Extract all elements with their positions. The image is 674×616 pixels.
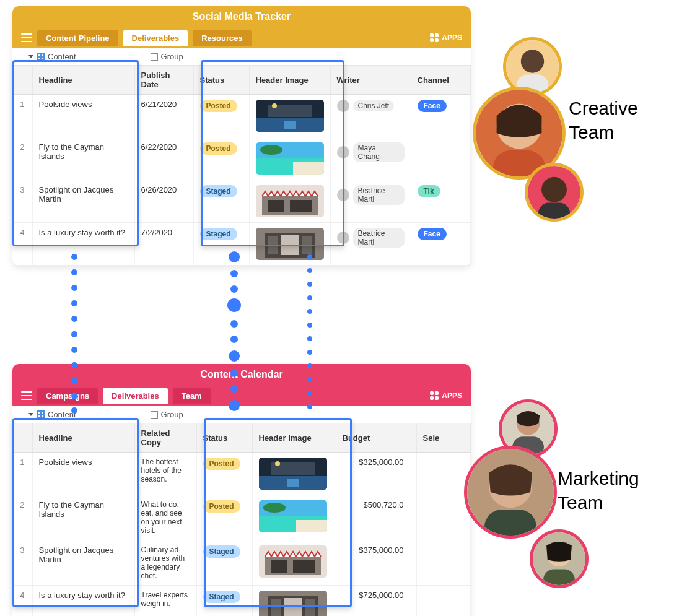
cell-headline[interactable]: Is a luxury stay worth it? [32,586,134,617]
cell-channel[interactable] [411,137,471,180]
svg-point-70 [521,50,544,72]
cell-headline[interactable]: Poolside views [32,453,134,495]
table-row[interactable]: 2Fly to the Cayman IslandsWhat to do, ea… [12,495,471,540]
svg-point-50 [227,298,241,312]
col-related-copy[interactable]: Related Copy [134,423,196,453]
menu-icon[interactable] [21,33,32,42]
table-row[interactable]: 2Fly to the Cayman Islands6/22/2020Poste… [12,137,471,180]
view-bar: Content Group [12,406,471,423]
cell-date[interactable]: 7/2/2020 [134,223,193,266]
apps-button[interactable]: APPS [430,33,462,42]
cell-sele[interactable] [416,453,471,495]
tab-content-pipeline[interactable]: Content Pipeline [37,30,118,46]
col-publish-date[interactable]: Publish Date [134,66,193,95]
cell-image[interactable] [249,180,330,223]
col-status[interactable]: Status [193,66,249,95]
table-row[interactable]: 1Poolside views6/21/2020PostedChris Jett… [12,95,471,137]
cell-headline[interactable]: Is a luxury stay worth it? [32,223,134,266]
cell-status[interactable]: Posted [196,453,252,495]
tab-resources[interactable]: Resources [193,30,251,46]
col-header-image[interactable]: Header Image [249,66,330,95]
cell-copy[interactable]: What to do, eat, and see on your next vi… [134,495,196,540]
cell-date[interactable]: 6/21/2020 [134,95,193,137]
cell-date[interactable]: 6/22/2020 [134,137,193,180]
grid-icon [37,410,45,419]
cell-date[interactable]: 6/26/2020 [134,180,193,223]
cell-status[interactable]: Staged [196,540,252,586]
status-badge: Posted [200,100,237,112]
cell-sele[interactable] [416,586,471,617]
cell-headline[interactable]: Poolside views [32,95,134,137]
cell-image[interactable] [249,95,330,137]
cell-image[interactable] [252,453,336,495]
tab-deliverables[interactable]: Deliverables [103,388,168,404]
cell-image[interactable] [249,137,330,180]
view-content[interactable]: Content [28,410,76,419]
cell-channel[interactable]: Face [411,95,471,137]
col-headline[interactable]: Headline [32,423,134,453]
col-headline[interactable]: Headline [32,66,134,95]
cell-channel[interactable]: Tik [411,180,471,223]
cell-headline[interactable]: Fly to the Cayman Islands [32,495,134,540]
col-channel[interactable]: Channel [411,66,471,95]
table-row[interactable]: 3Spotlight on Jacques MartinCulinary ad-… [12,540,471,586]
cell-channel[interactable]: Face [411,223,471,266]
cell-image[interactable] [252,586,336,617]
cell-budget[interactable]: $325,000.00 [336,453,416,495]
cell-headline[interactable]: Fly to the Cayman Islands [32,137,134,180]
col-header-image[interactable]: Header Image [252,423,336,453]
cell-budget[interactable]: $375,000.00 [336,540,416,586]
col-sele[interactable]: Sele [416,423,471,453]
svg-point-64 [307,350,312,355]
view-group[interactable]: Group [151,410,183,419]
tab-team[interactable]: Team [173,388,211,404]
cell-headline[interactable]: Spotlight on Jacques Martin [32,180,134,223]
cell-sele[interactable] [416,540,471,586]
avatar-icon [337,100,349,112]
cell-writer[interactable]: Beatrice Marti [330,180,411,223]
cell-status[interactable]: Staged [193,180,249,223]
col-budget[interactable]: Budget [336,423,416,453]
svg-point-58 [307,268,312,273]
apps-button[interactable]: APPS [430,391,462,400]
cell-status[interactable]: Staged [196,586,252,617]
cell-headline[interactable]: Spotlight on Jacques Martin [32,540,134,586]
table-row[interactable]: 4Is a luxury stay worth it?7/2/2020Stage… [12,223,471,266]
tab-bar: Content Pipeline Deliverables Resources … [12,27,471,48]
cell-copy[interactable]: Travel experts weigh in. [134,586,196,617]
col-num[interactable] [12,66,32,95]
col-writer[interactable]: Writer [330,66,411,95]
tab-deliverables[interactable]: Deliverables [123,30,188,46]
cell-status[interactable]: Staged [193,223,249,266]
svg-rect-4 [284,121,296,129]
view-group[interactable]: Group [151,52,183,61]
tab-campaigns[interactable]: Campaigns [37,388,98,404]
cell-budget[interactable]: $500,720.0 [336,495,416,540]
cell-copy[interactable]: The hottest hotels of the season. [134,453,196,495]
col-num[interactable] [12,423,32,453]
table-row[interactable]: 1Poolside viewsThe hottest hotels of the… [12,453,471,495]
view-content[interactable]: Content [28,52,76,61]
row-num: 4 [12,223,32,266]
svg-rect-77 [538,203,570,219]
cell-status[interactable]: Posted [193,95,249,137]
cell-writer[interactable]: Beatrice Marti [330,223,411,266]
cell-budget[interactable]: $725,000.00 [336,586,416,617]
cell-status[interactable]: Posted [196,495,252,540]
cell-sele[interactable] [416,495,471,540]
table-row[interactable]: 3Spotlight on Jacques Martin6/26/2020Sta… [12,180,471,223]
cell-image[interactable] [252,495,336,540]
cell-writer[interactable]: Maya Chang [330,137,411,180]
svg-rect-11 [268,200,284,212]
table-row[interactable]: 4Is a luxury stay worth it?Travel expert… [12,586,471,617]
cell-writer[interactable]: Chris Jett [330,95,411,137]
cell-image[interactable] [252,540,336,586]
row-num: 3 [12,540,32,586]
svg-point-40 [71,316,77,322]
cell-status[interactable]: Posted [193,137,249,180]
svg-point-49 [230,285,238,293]
col-status[interactable]: Status [196,423,252,453]
cell-image[interactable] [249,223,330,266]
menu-icon[interactable] [21,391,32,400]
cell-copy[interactable]: Culinary ad-ventures with a legendary ch… [134,540,196,586]
